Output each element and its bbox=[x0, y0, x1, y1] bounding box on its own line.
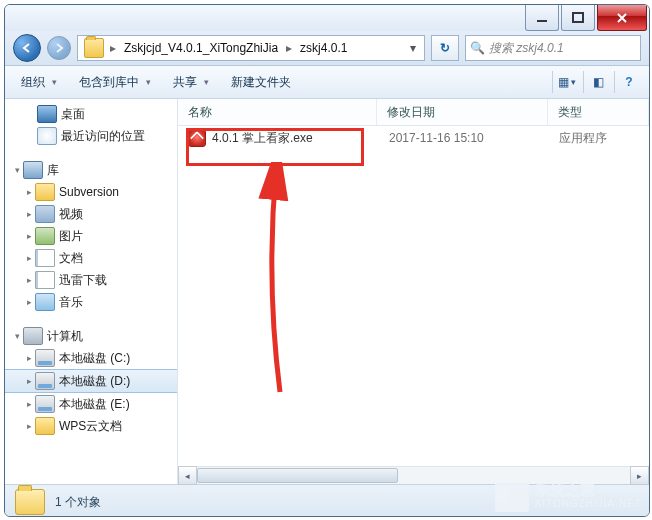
tree-item-disk-e[interactable]: 本地磁盘 (E:) bbox=[5, 393, 177, 415]
scroll-left-button[interactable]: ◂ bbox=[178, 466, 197, 485]
caret-icon[interactable] bbox=[23, 187, 35, 197]
disk-icon bbox=[35, 395, 55, 413]
caret-icon[interactable] bbox=[23, 209, 35, 219]
file-row[interactable]: 4.0.1 掌上看家.exe 2017-11-16 15:10 应用程序 bbox=[178, 126, 649, 150]
breadcrumb-bar[interactable]: ▸ Zskjcjd_V4.0.1_XiTongZhiJia ▸ zskj4.0.… bbox=[77, 35, 425, 61]
folder-icon bbox=[15, 489, 45, 515]
scroll-thumb[interactable] bbox=[197, 468, 398, 483]
cloud-folder-icon bbox=[35, 417, 55, 435]
breadcrumb-dropdown[interactable]: ▾ bbox=[404, 36, 422, 60]
tree-label: 本地磁盘 (E:) bbox=[59, 396, 130, 413]
file-list[interactable]: 4.0.1 掌上看家.exe 2017-11-16 15:10 应用程序 bbox=[178, 126, 649, 466]
horizontal-scrollbar[interactable]: ◂ ▸ bbox=[178, 466, 649, 484]
maximize-icon bbox=[572, 12, 584, 24]
view-mode-button[interactable]: ▦▾ bbox=[552, 71, 581, 93]
status-bar: 1 个对象 bbox=[5, 484, 649, 517]
share-menu[interactable]: 共享 bbox=[163, 70, 219, 95]
tree-item-libraries[interactable]: 库 bbox=[5, 159, 177, 181]
close-button[interactable] bbox=[597, 5, 647, 31]
column-header-date[interactable]: 修改日期 bbox=[377, 99, 548, 125]
tree-item-videos[interactable]: 视频 bbox=[5, 203, 177, 225]
column-header-type[interactable]: 类型 bbox=[548, 99, 649, 125]
tree-item-music[interactable]: 音乐 bbox=[5, 291, 177, 313]
refresh-button[interactable]: ↻ bbox=[431, 35, 459, 61]
breadcrumb-segment-2[interactable]: zskj4.0.1 bbox=[294, 36, 353, 60]
folder-icon bbox=[35, 183, 55, 201]
caret-icon[interactable] bbox=[23, 353, 35, 363]
scroll-track[interactable] bbox=[197, 467, 630, 484]
tree-label: 本地磁盘 (D:) bbox=[59, 373, 130, 390]
maximize-button[interactable] bbox=[561, 5, 595, 31]
tree-label: Subversion bbox=[59, 185, 119, 199]
caret-icon[interactable] bbox=[23, 253, 35, 263]
computer-icon bbox=[23, 327, 43, 345]
newfolder-label: 新建文件夹 bbox=[231, 74, 291, 91]
preview-pane-icon: ◧ bbox=[593, 75, 604, 89]
music-icon bbox=[35, 293, 55, 311]
column-headers: 名称 修改日期 类型 bbox=[178, 99, 649, 126]
tree-item-disk-d[interactable]: 本地磁盘 (D:) bbox=[5, 369, 177, 393]
tree-label: 桌面 bbox=[61, 106, 85, 123]
caret-icon[interactable] bbox=[23, 399, 35, 409]
tree-item-subversion[interactable]: Subversion bbox=[5, 181, 177, 203]
tree-item-computer[interactable]: 计算机 bbox=[5, 325, 177, 347]
download-icon bbox=[35, 271, 55, 289]
organize-label: 组织 bbox=[21, 74, 45, 91]
refresh-icon: ↻ bbox=[440, 41, 450, 55]
explorer-window: ▸ Zskjcjd_V4.0.1_XiTongZhiJia ▸ zskj4.0.… bbox=[4, 4, 650, 517]
organize-menu[interactable]: 组织 bbox=[11, 70, 67, 95]
include-in-library-menu[interactable]: 包含到库中 bbox=[69, 70, 161, 95]
tree-item-xunlei[interactable]: 迅雷下载 bbox=[5, 269, 177, 291]
toolbar: 组织 包含到库中 共享 新建文件夹 ▦▾ ◧ ? bbox=[5, 66, 649, 99]
chevron-right-icon[interactable]: ▸ bbox=[108, 41, 118, 55]
tree-item-recent[interactable]: 最近访问的位置 bbox=[5, 125, 177, 147]
navigation-tree[interactable]: 桌面 最近访问的位置 库 Subversion 视频 图片 bbox=[5, 99, 178, 484]
search-placeholder: 搜索 zskj4.0.1 bbox=[489, 40, 564, 57]
caret-icon[interactable] bbox=[23, 297, 35, 307]
picture-icon bbox=[35, 227, 55, 245]
tree-label: 迅雷下载 bbox=[59, 272, 107, 289]
desktop-icon bbox=[37, 105, 57, 123]
tree-item-pictures[interactable]: 图片 bbox=[5, 225, 177, 247]
svg-rect-1 bbox=[573, 13, 583, 22]
column-header-name[interactable]: 名称 bbox=[178, 99, 377, 125]
caret-icon[interactable] bbox=[23, 231, 35, 241]
status-text: 1 个对象 bbox=[55, 494, 101, 511]
chevron-right-icon[interactable]: ▸ bbox=[284, 41, 294, 55]
tree-label: 库 bbox=[47, 162, 59, 179]
caret-icon[interactable] bbox=[23, 275, 35, 285]
document-icon bbox=[35, 249, 55, 267]
minimize-button[interactable] bbox=[525, 5, 559, 31]
scroll-right-button[interactable]: ▸ bbox=[630, 466, 649, 485]
video-icon bbox=[35, 205, 55, 223]
file-list-pane: 名称 修改日期 类型 4.0.1 掌上看家.exe 2017-11-16 15:… bbox=[178, 99, 649, 484]
tree-item-wps[interactable]: WPS云文档 bbox=[5, 415, 177, 437]
breadcrumb-segment-1[interactable]: Zskjcjd_V4.0.1_XiTongZhiJia bbox=[118, 36, 284, 60]
file-type: 应用程序 bbox=[549, 130, 649, 147]
tree-item-disk-c[interactable]: 本地磁盘 (C:) bbox=[5, 347, 177, 369]
caret-icon[interactable] bbox=[23, 421, 35, 431]
tree-label: 图片 bbox=[59, 228, 83, 245]
library-icon bbox=[23, 161, 43, 179]
caret-icon[interactable] bbox=[23, 376, 35, 386]
caret-icon[interactable] bbox=[11, 331, 23, 341]
folder-icon bbox=[84, 38, 104, 58]
tree-item-desktop[interactable]: 桌面 bbox=[5, 103, 177, 125]
file-name: 4.0.1 掌上看家.exe bbox=[212, 130, 313, 147]
preview-pane-button[interactable]: ◧ bbox=[583, 71, 612, 93]
tree-label: 计算机 bbox=[47, 328, 83, 345]
disk-icon bbox=[35, 372, 55, 390]
nav-back-button[interactable] bbox=[13, 34, 41, 62]
search-input[interactable]: 🔍 搜索 zskj4.0.1 bbox=[465, 35, 641, 61]
tree-label: WPS云文档 bbox=[59, 418, 122, 435]
recent-icon bbox=[37, 127, 57, 145]
caret-icon[interactable] bbox=[11, 165, 23, 175]
tree-label: 文档 bbox=[59, 250, 83, 267]
tree-item-documents[interactable]: 文档 bbox=[5, 247, 177, 269]
help-button[interactable]: ? bbox=[614, 71, 643, 93]
nav-forward-button[interactable] bbox=[47, 36, 71, 60]
titlebar bbox=[5, 5, 649, 31]
tree-label: 音乐 bbox=[59, 294, 83, 311]
new-folder-button[interactable]: 新建文件夹 bbox=[221, 70, 301, 95]
share-label: 共享 bbox=[173, 74, 197, 91]
